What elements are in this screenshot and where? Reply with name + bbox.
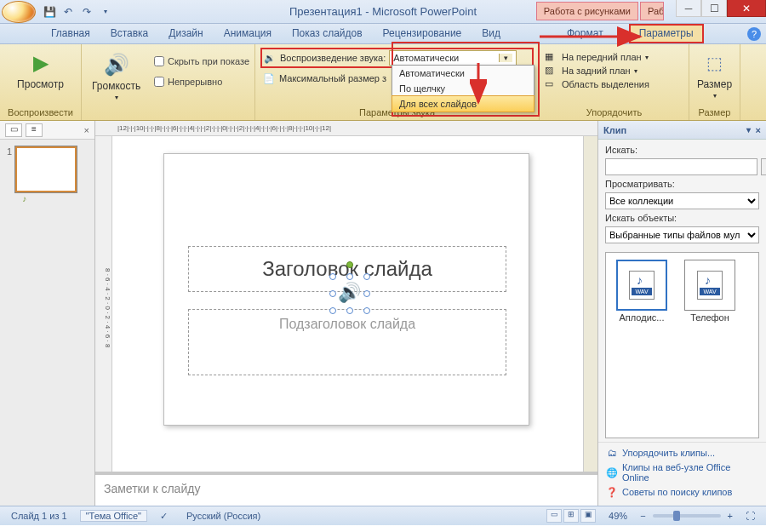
- horizontal-ruler: |12|·|·|10|·|·|·|8|·|·|·|6|·|·|·|4|·|·|·…: [95, 121, 597, 136]
- send-back-label: На задний план: [562, 66, 631, 76]
- context-tab-group: Работа с рисунками Раб...: [536, 2, 664, 20]
- zoom-slider-thumb[interactable]: [673, 511, 680, 521]
- slide-canvas[interactable]: Заголовок слайда Подзаголовок слайда 🔊: [112, 136, 583, 472]
- panel-close-icon[interactable]: ×: [756, 125, 761, 135]
- tab-view[interactable]: Вид: [472, 24, 511, 43]
- resize-handle[interactable]: [363, 307, 370, 314]
- hide-during-show-checkbox[interactable]: Скрыть при показе: [154, 54, 249, 68]
- slide-thumbnail-1[interactable]: 1 ♪: [7, 146, 88, 203]
- slide-count-status: Слайд 1 из 1: [5, 510, 73, 522]
- rotate-handle[interactable]: [346, 261, 353, 268]
- save-icon[interactable]: 💾: [43, 5, 56, 19]
- preview-button[interactable]: ▶ Просмотр: [5, 48, 76, 92]
- group-size: ⬚ Размер ▾ Размер: [689, 44, 740, 120]
- close-button[interactable]: ✕: [727, 0, 766, 17]
- outline-tab-icon[interactable]: ≡: [26, 123, 43, 137]
- bring-front-button[interactable]: ▦На передний план▾: [545, 51, 683, 63]
- browse-label: Просматривать:: [605, 179, 759, 189]
- context-tab-picture-tools[interactable]: Работа с рисунками: [536, 2, 638, 20]
- panel-close-icon[interactable]: ×: [84, 125, 89, 135]
- spellcheck-icon[interactable]: ✓: [154, 510, 174, 523]
- chevron-down-icon[interactable]: ▾: [746, 125, 751, 134]
- organize-icon: 🗂: [605, 446, 619, 460]
- help-icon: ❓: [605, 485, 619, 499]
- loop-checkbox-input[interactable]: [154, 77, 164, 87]
- resize-handle[interactable]: [329, 290, 336, 297]
- clip-links: 🗂Упорядочить клипы... 🌐Клипы на веб-узле…: [598, 442, 766, 506]
- redo-icon[interactable]: ↷: [80, 5, 94, 19]
- audio-object[interactable]: 🔊: [338, 282, 362, 306]
- notes-pane[interactable]: Заметки к слайду: [95, 472, 597, 506]
- browse-select[interactable]: Все коллекции: [605, 192, 759, 209]
- loop-checkbox[interactable]: Непрерывно: [154, 75, 249, 89]
- organize-clips-link[interactable]: 🗂Упорядочить клипы...: [605, 446, 759, 460]
- hide-checkbox-input[interactable]: [154, 56, 164, 66]
- title-bar: 💾 ↶ ↷ ▾ Презентация1 - Microsoft PowerPo…: [0, 0, 766, 24]
- dd-option-click[interactable]: По щелчку: [392, 81, 534, 96]
- selection-pane-button[interactable]: ▭Область выделения: [545, 78, 683, 90]
- window-controls: ─ ☐ ✕: [676, 0, 766, 17]
- slideshow-view-button[interactable]: ▣: [580, 509, 596, 523]
- wav-file-icon: WAV: [629, 271, 655, 300]
- play-sound-dropdown[interactable]: Автоматически ▾: [389, 50, 517, 66]
- slides-tab-icon[interactable]: ▭: [5, 123, 22, 137]
- tab-parameters[interactable]: Параметры: [629, 24, 704, 43]
- zoom-value[interactable]: 49%: [603, 510, 633, 522]
- zoom-out-button[interactable]: −: [640, 511, 645, 521]
- clip-panel-header: Клип ▾ ×: [598, 121, 766, 140]
- clip-item-label: Аплодис...: [620, 312, 665, 323]
- office-online-link[interactable]: 🌐Клипы на веб-узле Office Online: [605, 462, 759, 483]
- resize-handle[interactable]: [346, 307, 353, 314]
- resize-handle[interactable]: [329, 273, 336, 280]
- resize-handle[interactable]: [363, 290, 370, 297]
- tab-design[interactable]: Дизайн: [158, 24, 213, 43]
- group-size-label: Размер: [695, 106, 735, 120]
- tab-insert[interactable]: Вставка: [100, 24, 159, 43]
- tab-animation[interactable]: Анимация: [214, 24, 282, 43]
- dd-option-auto[interactable]: Автоматически: [392, 66, 534, 81]
- zoom-slider[interactable]: [653, 514, 721, 518]
- language-status[interactable]: Русский (Россия): [180, 510, 266, 522]
- sorter-view-button[interactable]: ⊞: [563, 509, 579, 523]
- zoom-in-button[interactable]: +: [728, 511, 733, 521]
- fit-to-window-button[interactable]: ⛶: [740, 510, 761, 522]
- vertical-scrollbar[interactable]: [583, 136, 597, 472]
- tab-slideshow[interactable]: Показ слайдов: [282, 24, 373, 43]
- tab-home[interactable]: Главная: [41, 24, 100, 43]
- theme-status[interactable]: "Тема Office": [80, 510, 147, 522]
- resize-handle[interactable]: [363, 273, 370, 280]
- search-go-button[interactable]: Начать: [761, 158, 766, 175]
- clip-result-item[interactable]: WAV Аплодис...: [613, 260, 671, 323]
- file-size-icon: 📄: [262, 72, 276, 85]
- resize-handle[interactable]: [329, 307, 336, 314]
- size-button[interactable]: ⬚ Размер ▾: [695, 48, 735, 101]
- subtitle-placeholder[interactable]: Подзаголовок слайда: [188, 309, 506, 375]
- workspace: ▭ ≡ × 1 ♪ |12|·|·|10|·|·|·|8|·|·|·|6|·|·…: [0, 121, 766, 506]
- undo-icon[interactable]: ↶: [61, 5, 75, 19]
- wav-label: WAV: [700, 288, 720, 295]
- context-tab-truncated[interactable]: Раб...: [640, 2, 664, 20]
- qat-dropdown-icon[interactable]: ▾: [99, 5, 112, 19]
- dd-option-all-slides[interactable]: Для всех слайдов: [392, 95, 534, 112]
- tab-review[interactable]: Рецензирование: [373, 24, 472, 43]
- clip-item-label: Телефон: [690, 312, 729, 323]
- office-button[interactable]: [2, 1, 36, 23]
- minimize-button[interactable]: ─: [676, 0, 701, 17]
- chevron-down-icon: ▾: [634, 67, 637, 75]
- search-input[interactable]: [605, 158, 757, 175]
- maximize-button[interactable]: ☐: [701, 0, 727, 17]
- resize-handle[interactable]: [346, 273, 353, 280]
- clip-result-item[interactable]: WAV Телефон: [681, 260, 739, 323]
- tab-format[interactable]: Формат: [557, 24, 614, 43]
- audio-indicator-icon: ♪: [22, 194, 77, 203]
- help-icon[interactable]: ?: [747, 27, 761, 41]
- normal-view-button[interactable]: ▭: [546, 509, 562, 523]
- group-arrange: ▦На передний план▾ ▨На задний план▾ ▭Обл…: [540, 44, 689, 120]
- search-tips-link[interactable]: ❓Советы по поиску клипов: [605, 485, 759, 499]
- selection-pane-icon: ▭: [545, 78, 558, 90]
- types-select[interactable]: Выбранные типы файлов мул: [605, 226, 759, 243]
- volume-button[interactable]: 🔊 Громкость ▾: [87, 49, 146, 103]
- play-sound-value: Автоматически: [393, 53, 459, 63]
- status-bar: Слайд 1 из 1 "Тема Office" ✓ Русский (Ро…: [0, 506, 766, 525]
- send-back-button[interactable]: ▨На задний план▾: [545, 65, 683, 77]
